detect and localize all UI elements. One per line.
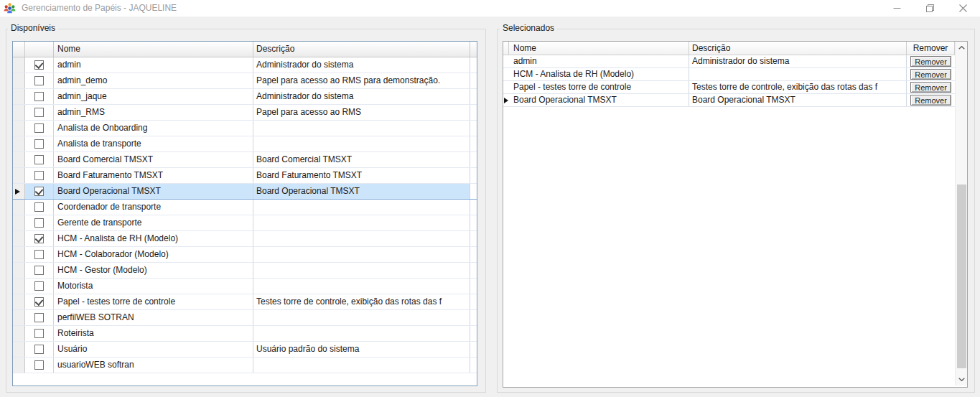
role-description-cell xyxy=(689,68,907,80)
available-role-row[interactable]: perfilWEB SOTRAN xyxy=(13,310,477,326)
available-role-row[interactable]: Board Faturamento TMSXTBoard Faturamento… xyxy=(13,168,477,184)
role-name-cell: Usuário xyxy=(54,342,253,357)
role-checkbox[interactable] xyxy=(34,218,44,228)
remove-role-button[interactable]: Remover xyxy=(910,82,951,93)
available-role-row[interactable]: Board Operacional TMSXTBoard Operacional… xyxy=(13,184,477,200)
available-role-row[interactable]: Board Comercial TMSXTBoard Comercial TMS… xyxy=(13,152,477,168)
close-icon xyxy=(959,4,967,12)
role-checkbox[interactable] xyxy=(34,313,44,322)
vertical-scrollbar[interactable] xyxy=(955,42,967,386)
role-checkbox[interactable] xyxy=(34,60,44,70)
available-role-row[interactable]: admin_RMSPapel para acesso ao RMS xyxy=(13,105,477,121)
available-role-row[interactable]: Motorista xyxy=(13,279,477,294)
role-checkbox[interactable] xyxy=(34,202,44,212)
checkbox-cell xyxy=(25,247,54,262)
selected-roles-grid: Nome Descrição Remover adminAdministrado… xyxy=(503,41,968,388)
scrollbar-thumb[interactable] xyxy=(957,185,966,368)
role-description-cell xyxy=(253,231,470,246)
selected-grid-rows: adminAdministrador do sistemaRemoverHCM … xyxy=(503,55,955,107)
role-checkbox[interactable] xyxy=(34,297,44,307)
role-checkbox[interactable] xyxy=(34,92,44,101)
role-name-cell: HCM - Analista de RH (Modelo) xyxy=(509,68,689,80)
checkbox-cell xyxy=(25,342,54,357)
available-role-row[interactable]: UsuárioUsuário padrão do sistema xyxy=(13,342,477,358)
available-role-row[interactable]: Analista de Onboarding xyxy=(13,121,477,136)
role-name-cell: admin_jaque xyxy=(54,89,253,104)
role-name-cell: Board Operacional TMSXT xyxy=(509,94,689,106)
checkbox-cell xyxy=(25,57,54,73)
available-role-row[interactable]: Coordenador de transporte xyxy=(13,200,477,215)
close-button[interactable] xyxy=(946,0,979,17)
available-role-row[interactable]: adminAdministrador do sistema xyxy=(13,57,477,73)
role-checkbox[interactable] xyxy=(34,250,44,259)
selected-role-row[interactable]: Papel - testes torre de controleTestes t… xyxy=(503,81,955,94)
role-checkbox[interactable] xyxy=(34,108,44,117)
selected-role-row[interactable]: HCM - Analista de RH (Modelo)Remover xyxy=(503,68,955,81)
role-name-cell: Papel - testes torre de controle xyxy=(54,294,253,309)
available-role-row[interactable]: admin_demoPapel para acesso ao RMS para … xyxy=(13,73,477,89)
available-role-row[interactable]: HCM - Gestor (Modelo) xyxy=(13,263,477,279)
checkbox-column-header xyxy=(25,42,54,57)
role-name-cell: Board Comercial TMSXT xyxy=(54,152,253,167)
name-column-header: Nome xyxy=(509,42,689,55)
role-name-cell: Gerente de transporte xyxy=(54,215,253,230)
remove-role-button[interactable]: Remover xyxy=(910,56,951,67)
role-checkbox[interactable] xyxy=(34,266,44,275)
available-role-row[interactable]: HCM - Colaborador (Modelo) xyxy=(13,247,477,263)
role-name-cell: admin_demo xyxy=(54,73,253,88)
description-column-header: Descrição xyxy=(689,42,907,55)
remove-role-button[interactable]: Remover xyxy=(910,69,951,80)
scroll-up-button[interactable] xyxy=(956,42,968,54)
role-checkbox[interactable] xyxy=(34,345,44,354)
role-checkbox[interactable] xyxy=(34,171,44,180)
selected-role-row[interactable]: Board Operacional TMSXTBoard Operacional… xyxy=(503,94,955,107)
row-indicator-cell xyxy=(13,200,25,215)
row-indicator-cell xyxy=(503,68,509,80)
role-description-cell: Usuário padrão do sistema xyxy=(253,342,470,357)
checkbox-cell xyxy=(25,358,54,373)
role-checkbox[interactable] xyxy=(34,123,44,133)
role-checkbox[interactable] xyxy=(34,76,44,85)
role-name-cell: Roteirista xyxy=(54,326,253,341)
available-role-row[interactable]: Papel - testes torre de controleTestes t… xyxy=(13,294,477,310)
role-description-cell xyxy=(253,136,470,151)
role-checkbox[interactable] xyxy=(34,281,44,291)
scroll-down-button[interactable] xyxy=(956,373,968,386)
available-role-row[interactable]: Gerente de transporte xyxy=(13,215,477,231)
role-checkbox[interactable] xyxy=(34,234,44,243)
row-indicator-cell xyxy=(13,342,25,357)
role-description-cell: Papel para acesso ao RMS xyxy=(253,105,470,120)
role-checkbox[interactable] xyxy=(34,139,44,149)
row-indicator-cell xyxy=(13,89,25,104)
checkbox-cell xyxy=(25,294,54,309)
role-checkbox[interactable] xyxy=(34,187,44,196)
available-role-row[interactable]: Analista de transporte xyxy=(13,136,477,152)
checkbox-cell xyxy=(25,168,54,183)
available-role-row[interactable]: admin_jaqueAdministrador do sistema xyxy=(13,89,477,105)
minimize-button[interactable] xyxy=(880,0,913,17)
role-checkbox[interactable] xyxy=(34,155,44,164)
role-description-cell: Board Faturamento TMSXT xyxy=(253,168,470,183)
role-name-cell: Coordenador de transporte xyxy=(54,200,253,215)
role-description-cell: Administrador do sistema xyxy=(253,89,470,104)
restore-button[interactable] xyxy=(913,0,946,17)
selected-role-row[interactable]: adminAdministrador do sistemaRemover xyxy=(503,55,955,68)
row-indicator-cell xyxy=(13,136,25,151)
checkbox-cell xyxy=(25,326,54,341)
description-column-header: Descrição xyxy=(253,42,470,57)
role-name-cell: Analista de transporte xyxy=(54,136,253,151)
remove-role-button[interactable]: Remover xyxy=(910,95,951,106)
available-role-row[interactable]: Roteirista xyxy=(13,326,477,342)
row-indicator-cell xyxy=(13,152,25,167)
row-indicator-header xyxy=(13,42,25,57)
available-panel-label: Disponíveis xyxy=(8,23,58,33)
row-indicator-cell xyxy=(503,55,509,67)
row-indicator-cell xyxy=(13,310,25,325)
checkbox-cell xyxy=(25,263,54,278)
role-checkbox[interactable] xyxy=(34,360,44,370)
available-role-row[interactable]: usuarioWEB softran xyxy=(13,358,477,373)
available-role-row[interactable]: HCM - Analista de RH (Modelo) xyxy=(13,231,477,247)
selected-panel-label: Selecionados xyxy=(500,23,557,33)
role-checkbox[interactable] xyxy=(34,329,44,338)
role-name-cell: admin xyxy=(54,57,253,73)
